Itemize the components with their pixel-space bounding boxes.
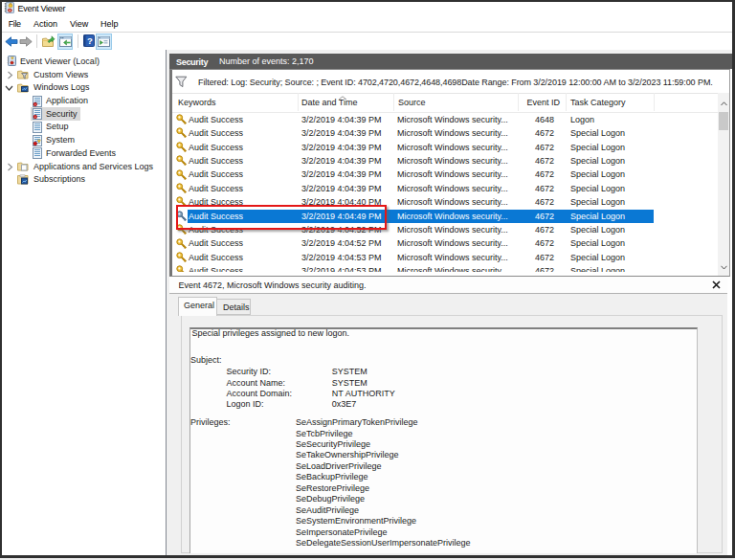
svg-text:?: ? xyxy=(87,35,93,46)
